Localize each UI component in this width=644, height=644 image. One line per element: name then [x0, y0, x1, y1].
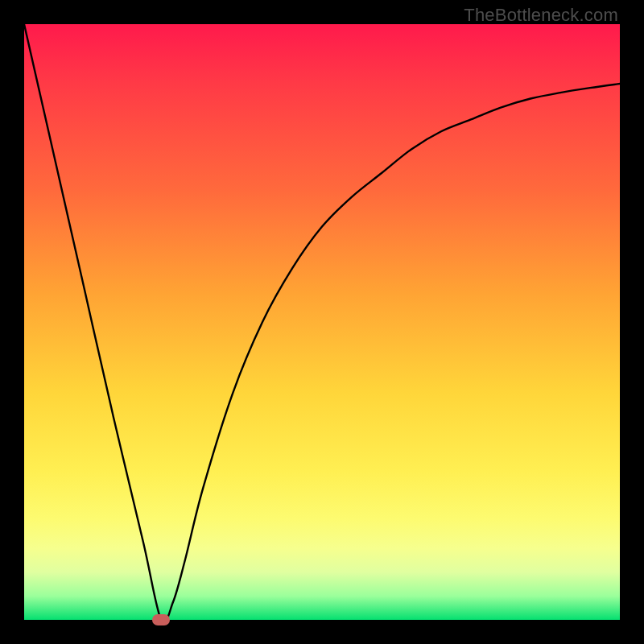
- watermark-text: TheBottleneck.com: [464, 5, 618, 26]
- bottleneck-curve: [24, 24, 620, 620]
- minimum-marker: [152, 614, 170, 625]
- chart-frame: TheBottleneck.com: [0, 0, 644, 644]
- plot-area: [24, 24, 620, 620]
